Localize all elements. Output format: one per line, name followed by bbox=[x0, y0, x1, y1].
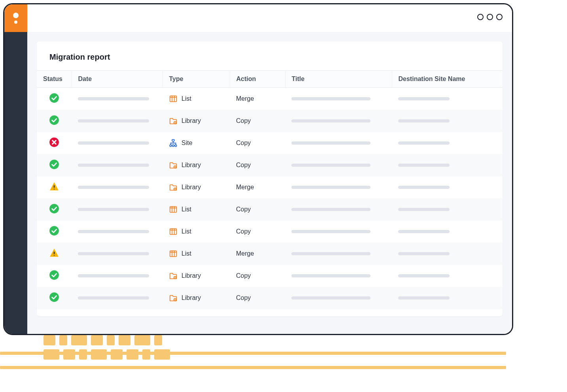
library-icon bbox=[169, 117, 178, 125]
svg-rect-21 bbox=[170, 206, 177, 212]
date-placeholder bbox=[78, 252, 149, 255]
success-status-icon bbox=[49, 292, 60, 303]
col-header-action[interactable]: Action bbox=[230, 71, 285, 88]
table-row[interactable]: ListMerge bbox=[37, 243, 503, 265]
action-label: Merge bbox=[236, 250, 254, 257]
title-placeholder bbox=[291, 274, 370, 277]
date-placeholder bbox=[78, 119, 149, 122]
col-header-type[interactable]: Type bbox=[163, 71, 230, 88]
titlebar bbox=[4, 4, 512, 32]
title-placeholder bbox=[291, 230, 370, 233]
library-icon bbox=[169, 183, 178, 192]
destination-placeholder bbox=[398, 208, 450, 211]
destination-placeholder bbox=[398, 164, 450, 167]
table-row[interactable]: SiteCopy bbox=[37, 132, 503, 154]
svg-point-20 bbox=[49, 204, 59, 213]
type-label: Library bbox=[181, 162, 201, 169]
sidebar bbox=[4, 32, 27, 334]
svg-rect-1 bbox=[170, 96, 177, 102]
title-placeholder bbox=[291, 119, 370, 122]
success-status-icon bbox=[49, 92, 60, 104]
date-placeholder bbox=[78, 274, 149, 277]
list-icon bbox=[169, 227, 178, 236]
action-label: Copy bbox=[236, 294, 251, 301]
svg-point-25 bbox=[49, 226, 59, 236]
title-placeholder bbox=[291, 186, 370, 189]
svg-point-19 bbox=[175, 188, 176, 189]
report-card: Migration report Status Date Type Action… bbox=[37, 41, 503, 316]
type-label: List bbox=[181, 95, 191, 102]
table-header-row: Status Date Type Action Title Destinatio… bbox=[37, 71, 503, 88]
svg-rect-17 bbox=[54, 188, 55, 189]
table-row[interactable]: ListMerge bbox=[37, 88, 503, 110]
table-row[interactable]: LibraryCopy bbox=[37, 154, 503, 176]
svg-point-36 bbox=[49, 270, 59, 280]
destination-placeholder bbox=[398, 274, 450, 277]
svg-point-7 bbox=[175, 122, 176, 123]
success-status-icon bbox=[49, 115, 60, 126]
library-icon bbox=[169, 271, 178, 280]
action-label: Copy bbox=[236, 162, 251, 168]
window-controls bbox=[477, 14, 503, 20]
col-header-destination[interactable]: Destination Site Name bbox=[392, 71, 503, 88]
destination-placeholder bbox=[398, 252, 450, 255]
svg-point-13 bbox=[49, 160, 59, 169]
library-icon bbox=[169, 161, 178, 170]
table-row[interactable]: LibraryCopy bbox=[37, 110, 503, 132]
table-row[interactable]: LibraryMerge bbox=[37, 176, 503, 198]
success-status-icon bbox=[49, 270, 60, 281]
warning-status-icon bbox=[49, 181, 60, 192]
window-control-2[interactable] bbox=[487, 14, 493, 20]
badge-dot-small bbox=[14, 21, 17, 24]
destination-placeholder bbox=[398, 186, 450, 189]
type-label: Library bbox=[181, 294, 201, 302]
destination-placeholder bbox=[398, 119, 450, 122]
body-area: Migration report Status Date Type Action… bbox=[4, 32, 512, 334]
window-control-3[interactable] bbox=[496, 14, 503, 20]
type-label: List bbox=[181, 250, 191, 257]
destination-placeholder bbox=[398, 230, 450, 233]
window-control-1[interactable] bbox=[477, 14, 484, 20]
page-title: Migration report bbox=[37, 53, 503, 70]
list-icon bbox=[169, 94, 178, 103]
col-header-date[interactable]: Date bbox=[72, 71, 163, 88]
type-label: Site bbox=[181, 139, 193, 147]
destination-placeholder bbox=[398, 296, 450, 300]
success-status-icon bbox=[49, 225, 60, 236]
date-placeholder bbox=[78, 164, 149, 167]
svg-point-15 bbox=[175, 166, 176, 167]
table-row[interactable]: LibraryCopy bbox=[37, 265, 503, 287]
date-placeholder bbox=[78, 296, 149, 300]
success-status-icon bbox=[49, 203, 60, 214]
title-placeholder bbox=[291, 296, 370, 300]
svg-rect-16 bbox=[54, 185, 55, 188]
action-label: Copy bbox=[236, 139, 251, 146]
svg-point-10 bbox=[170, 145, 172, 147]
action-label: Copy bbox=[236, 117, 251, 124]
date-placeholder bbox=[78, 208, 149, 211]
site-icon bbox=[169, 139, 178, 147]
svg-rect-32 bbox=[170, 251, 177, 256]
action-label: Merge bbox=[236, 184, 254, 190]
badge-dot-large bbox=[13, 13, 19, 18]
migration-report-table: Status Date Type Action Title Destinatio… bbox=[37, 70, 503, 309]
app-badge bbox=[4, 4, 27, 32]
destination-placeholder bbox=[398, 97, 450, 100]
col-header-status[interactable]: Status bbox=[37, 71, 72, 88]
action-label: Copy bbox=[236, 228, 251, 235]
destination-placeholder bbox=[398, 141, 450, 145]
table-row[interactable]: LibraryCopy bbox=[37, 287, 503, 309]
content-area: Migration report Status Date Type Action… bbox=[27, 32, 512, 334]
decorative-bars bbox=[0, 347, 510, 369]
svg-point-38 bbox=[175, 277, 176, 278]
svg-point-39 bbox=[49, 292, 59, 302]
table-row[interactable]: ListCopy bbox=[37, 198, 503, 220]
svg-rect-31 bbox=[54, 255, 55, 256]
type-label: Library bbox=[181, 272, 201, 279]
type-label: List bbox=[181, 228, 191, 235]
svg-point-5 bbox=[49, 115, 59, 125]
list-icon bbox=[169, 249, 178, 258]
title-placeholder bbox=[291, 208, 370, 211]
col-header-title[interactable]: Title bbox=[285, 71, 392, 88]
table-row[interactable]: ListCopy bbox=[37, 220, 503, 243]
